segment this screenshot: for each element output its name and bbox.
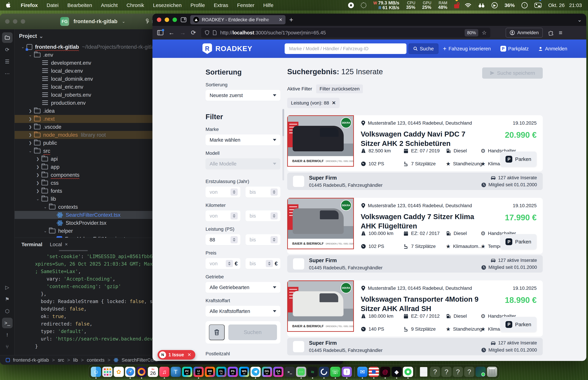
dock-item-thunderbird[interactable]: T [171, 367, 181, 377]
dock-item-mail[interactable]: ✉ [357, 367, 368, 377]
menu-hilfe[interactable]: Hilfe [263, 2, 273, 8]
alert-circle-icon[interactable]: ! [521, 2, 528, 8]
structure-tool-icon[interactable]: ☰ [2, 56, 13, 67]
erstzulassung-bis-input[interactable] [246, 187, 280, 197]
dealer-row[interactable]: Super Firm01445 Radebeul5, Fahrzeughändl… [287, 338, 543, 355]
dock-item-webstorm[interactable]: WS [239, 367, 249, 377]
browser-tab-active[interactable]: ROADKEY - Entdecke die Freihe ✕ [190, 15, 285, 24]
breadcrumb-item[interactable]: contexts [87, 357, 105, 363]
terminal-tool-icon[interactable]: >_ [2, 318, 13, 328]
dealer-row[interactable]: Super Firm01445 Radebeul5, Fahrzeughändl… [287, 255, 543, 273]
dock-item-alert-app[interactable]: ! [342, 367, 352, 377]
ram-stat[interactable]: RAM48% [438, 1, 447, 10]
breadcrumb-item[interactable]: SearchFilterCont [122, 357, 157, 363]
menu-chronik[interactable]: Chronik [126, 2, 144, 8]
control-center-icon[interactable] [535, 3, 541, 8]
dock-item-missing-app-3[interactable]: ? [453, 367, 463, 377]
dock-item-map-window[interactable] [476, 367, 486, 377]
forward-button[interactable]: → [180, 29, 186, 36]
vehicle-photo[interactable]: DEKRABAIER & BIERWOLFDRESDEN | TEL: 0351… [287, 280, 354, 332]
dock-item-find-my[interactable] [403, 367, 413, 377]
save-search-button[interactable]: Suche speichern [482, 67, 543, 79]
more-tools-icon[interactable]: ⋯ [2, 68, 13, 79]
dock-item-pycharm[interactable]: PC [182, 367, 192, 377]
close-icon[interactable]: ✕ [332, 100, 336, 106]
leistung-bis-input[interactable] [246, 234, 280, 245]
close-icon[interactable]: ✕ [65, 242, 68, 247]
dock-item-missing-app-1[interactable]: ? [430, 367, 440, 377]
dock-item-clion[interactable]: CL [216, 367, 227, 377]
dock-item-calendar[interactable]: So26 [148, 367, 158, 377]
firefox-signin-button[interactable]: Anmelden [506, 28, 543, 38]
kraftstoff-select[interactable]: Alle Kraftstoffarten [206, 306, 280, 317]
menu-lesezeichen[interactable]: Lesezeichen [153, 2, 181, 8]
problems-tool-icon[interactable]: ! [2, 330, 13, 340]
stepper-icon[interactable] [231, 189, 238, 196]
close-icon[interactable]: ✕ [187, 352, 191, 358]
back-button[interactable]: ← [168, 29, 175, 36]
wifi-icon[interactable] [465, 3, 471, 8]
menu-hamburger-icon[interactable]: ≡ [559, 29, 562, 36]
url-text[interactable]: http://localhost:3000/suche/1?power|min=… [220, 30, 326, 36]
dealer-row[interactable]: Super Firm01445 Radebeul5, Fahrzeughändl… [287, 173, 543, 190]
dock-item-terminal-app[interactable]: >_ [285, 367, 295, 377]
menu-firefox[interactable]: Firefox [21, 2, 38, 8]
terminal-tab-local[interactable]: Local ✕ [50, 242, 68, 247]
getriebe-select[interactable]: Alle Getriebearten [206, 282, 280, 293]
menu-fenster[interactable]: Fenster [237, 2, 254, 8]
stepper-icon[interactable] [231, 212, 238, 219]
binoculars-icon[interactable] [478, 3, 485, 8]
dock-item-firefox[interactable] [136, 367, 147, 377]
dock-item-activity-monitor[interactable]: ≈ [307, 367, 318, 377]
close-tab-icon[interactable]: ✕ [279, 17, 283, 22]
vehicle-title[interactable]: Volkswagen Caddy Navi PDC 7 Sitzer AHK 2… [361, 130, 487, 148]
services-tool-icon[interactable]: ⬡ [2, 306, 13, 316]
vehicle-photo[interactable]: DEKRABAIER & BIERWOLFDRESDEN | TEL: 0351… [287, 115, 354, 167]
nav-parkplatz[interactable]: PParkplatz [500, 46, 529, 52]
filter-chip-leistung[interactable]: Leistung (von): 88 ✕ [287, 98, 339, 108]
reload-button[interactable]: ⟳ [191, 29, 196, 36]
dock-item-photos[interactable]: ✿ [114, 367, 124, 377]
dock-item-safari[interactable] [125, 367, 135, 377]
dock-item-missing-app-2[interactable]: ? [441, 367, 452, 377]
stepper-icon[interactable] [270, 236, 278, 243]
git-tool-icon[interactable]: ⑂ [2, 342, 13, 352]
stepper-icon[interactable] [270, 189, 278, 196]
dock-item-document[interactable] [419, 367, 429, 377]
browser-traffic-lights[interactable] [157, 18, 177, 22]
reset-filters-chip[interactable]: Filter zurücksetzen [316, 84, 363, 93]
dock-item-finder[interactable]: ☺ [91, 367, 101, 377]
dock-item-debian[interactable]: @ [380, 367, 390, 377]
dock-item-obsidian[interactable]: ◆ [392, 367, 402, 377]
parken-button[interactable]: PParken [500, 317, 537, 332]
vehicle-title[interactable]: Volkswagen Transporter 4Motion 9 Sitzer … [361, 295, 487, 313]
kilometer-bis-input[interactable] [246, 210, 280, 221]
dock-item-aqua[interactable]: QA [273, 367, 284, 377]
dock-item-telegram[interactable] [250, 367, 261, 377]
url-bar[interactable]: http://localhost:3000/suche/1?power|min=… [201, 28, 490, 38]
leistung-von-input[interactable] [206, 234, 240, 245]
site-search-input[interactable] [285, 43, 407, 54]
menu-clock[interactable]: Okt. 2621:03 [548, 2, 582, 8]
ide-traffic-lights[interactable] [5, 19, 25, 24]
dock-item-intellij-idea[interactable]: IJ [194, 367, 204, 377]
dock-item-missing-app-4[interactable]: ? [464, 367, 474, 377]
vehicle-card[interactable]: DEKRABAIER & BIERWOLFDRESDEN | TEL: 0351… [287, 198, 543, 254]
dock-item-messages[interactable]: ⋯ [296, 367, 306, 377]
site-search-button[interactable]: Suche [409, 43, 438, 54]
dock-item-datagrip[interactable]: DG [262, 367, 272, 377]
preis-bis-input[interactable]: € [246, 258, 280, 269]
new-tab-button[interactable]: + [289, 16, 293, 24]
menu-datei[interactable]: Datei [47, 2, 58, 8]
menu-bearbeiten[interactable]: Bearbeiten [67, 2, 92, 8]
dock-item-music[interactable]: ♫ [159, 367, 169, 377]
stepper-icon[interactable] [270, 212, 278, 219]
vehicle-card[interactable]: DEKRABAIER & BIERWOLFDRESDEN | TEL: 0351… [287, 280, 543, 336]
stepper-icon[interactable] [266, 260, 273, 267]
dock-item-launchpad[interactable] [102, 367, 112, 377]
sidebar-toggle-icon[interactable] [157, 30, 163, 35]
preis-von-input[interactable]: € [206, 258, 240, 269]
marke-select[interactable]: Marke wählen [206, 134, 280, 145]
modell-select[interactable]: Alle Modelle [206, 158, 280, 169]
tabs-chevron-icon[interactable]: ⌄ [577, 17, 582, 23]
